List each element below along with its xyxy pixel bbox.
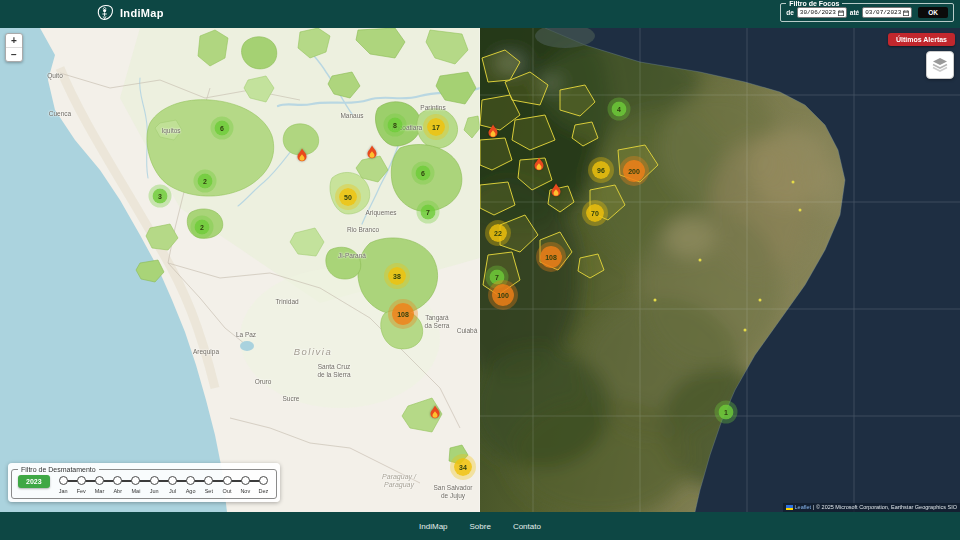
month-dot[interactable] [204,476,213,485]
month-label: Nov [240,488,250,494]
satellite-map-art [480,28,960,512]
cluster-marker[interactable]: 108 [392,303,414,325]
map-container[interactable]: QuitoCuencaIquitosManausItacoatiaraParin… [0,28,960,512]
cluster-marker[interactable]: 34 [454,458,472,476]
cluster-marker[interactable]: 108 [540,246,562,268]
month-label: Mai [132,488,141,494]
cluster-marker[interactable]: 200 [623,160,645,182]
cluster-count: 8 [393,122,397,129]
month-label: Mar [95,488,104,494]
month-dot[interactable] [59,476,68,485]
cluster-count: 200 [628,168,640,175]
indimap-logo-icon [95,3,115,23]
cluster-marker[interactable]: 7 [421,205,436,220]
fire-icon [366,145,379,160]
month-dot[interactable] [259,476,268,485]
fire-icon [487,124,500,139]
month-label: Jan [59,488,68,494]
fire-marker[interactable] [487,124,500,143]
month-dot[interactable] [113,476,122,485]
latest-alerts-button[interactable]: Últimos Alertas [888,33,955,46]
month-stop-jul: Jul [166,476,179,494]
cluster-marker[interactable]: 96 [592,161,610,179]
date-from-value: 30/06/2023 [800,9,836,16]
header-bar: IndiMap Filtro de Focos de 30/06/2023 at… [0,0,960,28]
app-title: IndiMap [120,7,164,19]
date-to-label: até [850,9,859,16]
month-dot[interactable] [223,476,232,485]
fire-marker[interactable] [296,148,309,167]
month-stop-mai: Mai [129,476,142,494]
deforestation-filter-panel: Filtro de Desmatamento 2023 JanFevMarAbr… [8,463,280,502]
cluster-count: 96 [597,167,605,174]
month-dot[interactable] [77,476,86,485]
ukraine-flag-icon [786,505,793,510]
cluster-marker[interactable]: 22 [489,224,507,242]
cluster-marker[interactable]: 6 [215,121,230,136]
cluster-marker[interactable]: 17 [427,118,445,136]
cluster-count: 108 [545,254,557,261]
cluster-marker[interactable]: 2 [198,174,213,189]
fire-icon [550,183,563,198]
month-label: Jun [150,488,159,494]
calendar-icon [838,10,844,16]
cluster-count: 70 [591,210,599,217]
street-map-art [0,28,480,512]
footer-link-contato[interactable]: Contato [513,522,541,531]
cluster-marker[interactable]: 100 [492,284,514,306]
cluster-count: 7 [426,209,430,216]
cluster-marker[interactable]: 50 [339,188,357,206]
zoom-out-button[interactable]: − [6,47,22,61]
fire-icon [296,148,309,163]
map-split-divider[interactable] [479,28,480,512]
footer-nav: IndiMapSobreContato [419,522,541,531]
cluster-count: 2 [200,224,204,231]
cluster-count: 34 [459,464,467,471]
footer-link-indimap[interactable]: IndiMap [419,522,447,531]
fire-marker[interactable] [550,183,563,202]
date-to-input[interactable]: 03/07/2023 [862,7,912,18]
cluster-marker[interactable]: 38 [388,267,406,285]
fire-marker[interactable] [533,157,546,176]
cluster-marker[interactable]: 70 [586,204,604,222]
date-from-label: de [786,9,794,16]
month-dot[interactable] [241,476,250,485]
cluster-marker[interactable]: 1 [719,405,734,420]
app-logo[interactable]: IndiMap [95,3,164,23]
year-button[interactable]: 2023 [18,475,50,488]
cluster-count: 4 [617,106,621,113]
attribution-text: | © 2025 Microsoft Corporation, Earthsta… [813,504,957,511]
cluster-marker[interactable]: 4 [612,102,627,117]
layers-icon [932,58,948,72]
cluster-marker[interactable]: 2 [195,220,210,235]
cluster-marker[interactable]: 6 [416,166,431,181]
cluster-marker[interactable]: 8 [388,118,403,133]
month-dot[interactable] [150,476,159,485]
footer-bar: IndiMapSobreContato [0,512,960,540]
cluster-marker[interactable]: 7 [490,270,505,285]
cluster-count: 1 [724,409,728,416]
fire-marker[interactable] [366,145,379,164]
ok-button[interactable]: OK [918,7,948,18]
deforestation-filter-legend: Filtro de Desmatamento [18,466,99,473]
footer-link-sobre[interactable]: Sobre [470,522,491,531]
month-label: Jul [169,488,176,494]
cluster-count: 7 [495,274,499,281]
cluster-count: 3 [158,193,162,200]
layers-control[interactable] [926,51,954,79]
cluster-count: 2 [203,178,207,185]
date-from-input[interactable]: 30/06/2023 [797,7,847,18]
fire-marker[interactable] [429,405,442,424]
cluster-count: 6 [421,170,425,177]
month-dot[interactable] [131,476,140,485]
month-stop-ago: Ago [184,476,197,494]
leaflet-link[interactable]: Leaflet [795,504,812,511]
month-dot[interactable] [168,476,177,485]
month-dot[interactable] [95,476,104,485]
month-dot[interactable] [186,476,195,485]
month-stop-dez: Dez [257,476,270,494]
focus-filter-panel: Filtro de Focos de 30/06/2023 até 03/07/… [780,0,954,22]
cluster-count: 50 [344,194,352,201]
cluster-marker[interactable]: 3 [153,189,168,204]
zoom-in-button[interactable]: + [6,34,22,47]
